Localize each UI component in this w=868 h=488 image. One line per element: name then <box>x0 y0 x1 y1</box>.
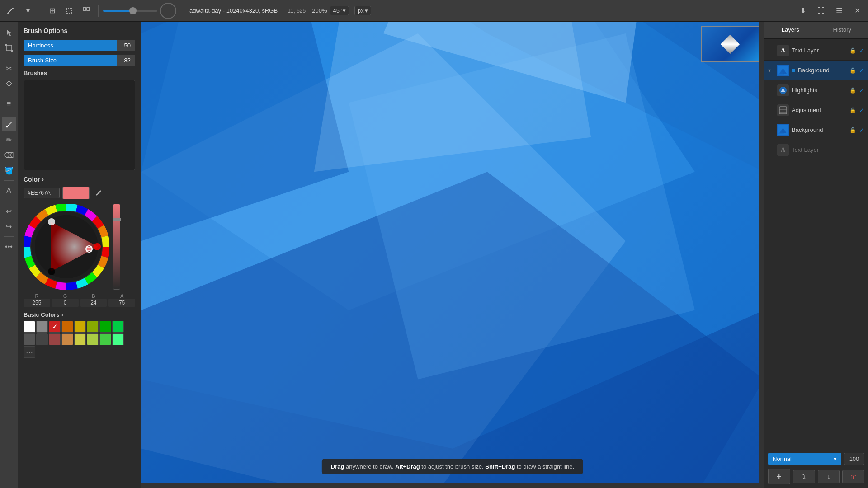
layer-visibility-icon[interactable]: ✓ <box>859 87 864 94</box>
basic-color-swatch[interactable] <box>24 321 35 333</box>
more-tools[interactable]: ••• <box>2 239 16 254</box>
brush-size-slider[interactable] <box>103 10 157 12</box>
layer-visibility-icon[interactable]: ✓ <box>859 67 864 74</box>
basic-color-swatch[interactable] <box>74 321 86 333</box>
text-tool[interactable]: A <box>2 183 16 198</box>
basic-color-swatch[interactable] <box>49 333 61 345</box>
layer-item[interactable]: ▾Background🔒✓ <box>764 61 868 80</box>
topbar-right: ⬇ ⛶ ☰ ✕ <box>796 4 864 18</box>
tab-layers[interactable]: Layers <box>764 22 816 38</box>
layer-item[interactable]: Adjustment🔒✓ <box>764 100 868 120</box>
layer-lock-icon[interactable]: 🔒 <box>849 67 856 74</box>
merge-layer-button[interactable]: ⤵ <box>793 470 815 483</box>
basic-color-swatch[interactable] <box>36 321 48 333</box>
layer-lock-icon[interactable]: 🔒 <box>849 47 856 54</box>
basic-color-swatch[interactable] <box>36 333 48 345</box>
crop-tool[interactable]: ✂ <box>2 61 16 75</box>
layer-visibility-icon[interactable]: ✓ <box>859 47 864 54</box>
basic-color-swatch[interactable] <box>74 333 86 345</box>
undo-tool[interactable]: ↩ <box>2 204 16 218</box>
basic-color-swatch[interactable] <box>112 333 124 345</box>
layer-item[interactable]: Background🔒✓ <box>764 120 868 140</box>
hardness-label[interactable]: Hardness <box>24 40 117 51</box>
preview-diamond <box>721 35 740 54</box>
basic-color-swatch[interactable] <box>112 321 124 333</box>
brushes-grid[interactable] <box>24 80 135 170</box>
color-header[interactable]: Color › <box>24 176 135 183</box>
layer-name: Adjustment <box>792 107 847 113</box>
fullscreen-icon[interactable]: ⛶ <box>814 4 828 18</box>
zoom-level[interactable]: 200% <box>312 7 327 14</box>
layer-type-icon: A <box>777 144 789 156</box>
delete-layer-button[interactable]: 🗑 <box>842 470 864 483</box>
color-swatch[interactable] <box>62 187 90 199</box>
layer-item[interactable]: AText Layer🔒✓ <box>764 41 868 61</box>
layer-item[interactable]: Highlights🔒✓ <box>764 80 868 100</box>
basic-color-swatch[interactable] <box>99 321 111 333</box>
fill-tool[interactable]: 🪣 <box>2 163 16 178</box>
layer-lock-icon[interactable]: 🔒 <box>849 127 856 133</box>
menu-icon[interactable]: ☰ <box>832 4 846 18</box>
eraser-tool[interactable]: ⌫ <box>2 148 16 162</box>
layer-item[interactable]: AText Layer <box>764 140 868 160</box>
svg-point-25 <box>48 268 55 275</box>
basic-color-swatch[interactable] <box>49 321 61 333</box>
green-value[interactable] <box>52 299 79 307</box>
basic-color-swatch[interactable] <box>87 321 99 333</box>
basic-color-swatch[interactable] <box>99 333 111 345</box>
color-wheel[interactable] <box>24 204 109 290</box>
transform-tool[interactable] <box>2 41 16 55</box>
add-layer-button[interactable]: + <box>768 469 790 484</box>
layer-name: Text Layer <box>792 146 859 153</box>
settings-icon[interactable] <box>79 4 94 18</box>
layer-visibility-icon[interactable]: ✓ <box>859 107 864 114</box>
svg-rect-6 <box>11 50 13 52</box>
paint-brush-tool[interactable] <box>2 117 16 131</box>
hardness-value[interactable]: 50 <box>117 40 135 51</box>
brush-size-value[interactable]: 82 <box>117 55 135 66</box>
tab-history[interactable]: History <box>816 22 868 38</box>
color-section: Color › <box>24 176 135 307</box>
layer-active-dot <box>792 69 795 72</box>
brush-tool-icon[interactable] <box>4 4 18 18</box>
rotation-angle[interactable]: 45° ▾ <box>330 6 349 15</box>
svg-rect-2 <box>83 8 86 10</box>
alpha-value[interactable] <box>108 299 135 307</box>
layers-list: AText Layer🔒✓▾Background🔒✓Highlights🔒✓Ad… <box>764 39 868 449</box>
brush-size-label[interactable]: Brush Size <box>24 55 117 66</box>
more-colors-button[interactable]: ⋯ <box>24 346 35 358</box>
alpha-slider[interactable] <box>113 204 120 290</box>
basic-color-swatch[interactable] <box>61 333 73 345</box>
layer-lock-icon[interactable]: 🔒 <box>849 107 856 113</box>
layer-visibility-icon[interactable]: ✓ <box>859 127 864 134</box>
blue-value[interactable] <box>80 299 107 307</box>
chevron-down-icon[interactable]: ▾ <box>21 4 35 18</box>
basic-color-swatch[interactable] <box>24 333 35 345</box>
scroll-bar-right[interactable] <box>760 22 764 488</box>
eyedropper-icon[interactable] <box>92 187 105 199</box>
download-icon[interactable]: ⬇ <box>796 4 810 18</box>
unit-selector[interactable]: px ▾ <box>354 6 371 15</box>
move-layer-down-button[interactable]: ↓ <box>818 470 840 483</box>
selection-tool[interactable] <box>2 25 16 40</box>
blend-mode-select[interactable]: Normal ▾ <box>768 453 841 465</box>
separator3 <box>181 5 181 17</box>
close-icon[interactable]: ✕ <box>850 4 864 18</box>
layer-lock-icon[interactable]: 🔒 <box>849 87 856 94</box>
mini-preview <box>701 26 760 62</box>
opacity-input[interactable] <box>844 453 864 465</box>
crop-icon[interactable] <box>62 4 76 18</box>
clone-tool[interactable] <box>2 76 16 91</box>
red-value[interactable] <box>24 299 50 307</box>
redo-tool[interactable]: ↪ <box>2 219 16 234</box>
pen-tool[interactable]: ✏ <box>2 132 16 147</box>
color-hex-input[interactable] <box>24 188 60 198</box>
canvas-area[interactable]: Drag anywhere to draw. Alt+Drag to adjus… <box>141 22 764 488</box>
grid-icon[interactable]: ⊞ <box>45 4 59 18</box>
brush-preview[interactable] <box>160 3 176 19</box>
basic-colors-header[interactable]: Basic Colors › <box>24 311 135 318</box>
layers-tool[interactable]: ≡ <box>2 97 16 111</box>
basic-color-swatch[interactable] <box>87 333 99 345</box>
basic-color-swatch[interactable] <box>61 321 73 333</box>
scroll-bar-bottom[interactable] <box>141 483 760 488</box>
